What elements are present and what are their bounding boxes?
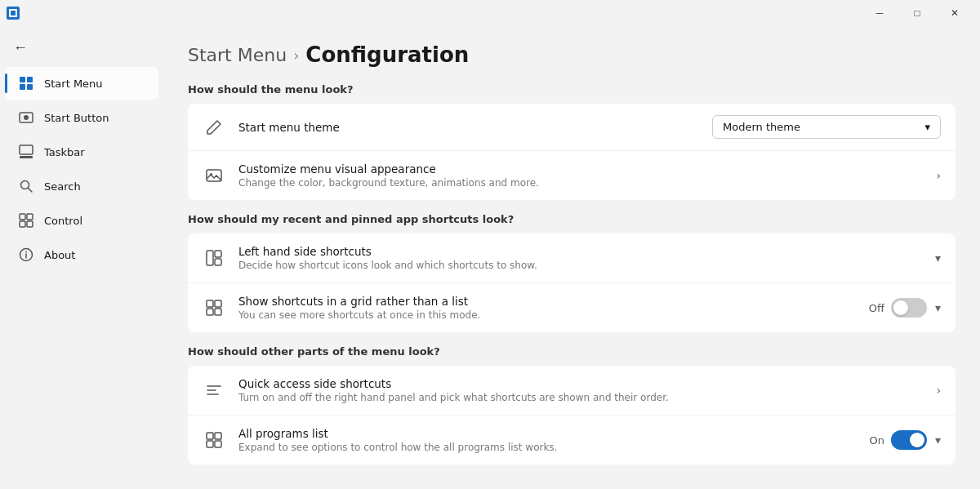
sidebar-item-start-button[interactable]: Start Button bbox=[5, 101, 158, 134]
section-title-shortcuts: How should my recent and pinned app shor… bbox=[188, 213, 956, 225]
start-button-icon bbox=[18, 109, 34, 126]
svg-rect-23 bbox=[215, 300, 221, 307]
grid-toggle[interactable] bbox=[891, 298, 927, 318]
grid-text: Show shortcuts in a grid rather than a l… bbox=[238, 295, 856, 321]
sidebar-label-start-button: Start Button bbox=[44, 112, 109, 124]
theme-dropdown[interactable]: Modern theme ▾ bbox=[712, 115, 941, 139]
svg-rect-3 bbox=[27, 84, 33, 90]
main-content: Start Menu › Configuration How should th… bbox=[163, 26, 980, 489]
card-shortcuts: Left hand side shortcuts Decide how shor… bbox=[188, 233, 956, 332]
svg-rect-13 bbox=[27, 221, 33, 227]
all-programs-text: All programs list Expand to see options … bbox=[238, 427, 856, 453]
visual-text: Customize menu visual appearance Change … bbox=[238, 162, 923, 189]
quick-access-subtitle: Turn on and off the right hand panel and… bbox=[238, 392, 923, 403]
left-shortcuts-text: Left hand side shortcuts Decide how shor… bbox=[238, 245, 922, 271]
sidebar-item-control[interactable]: Control bbox=[5, 204, 158, 237]
svg-rect-7 bbox=[20, 156, 33, 158]
svg-rect-22 bbox=[207, 300, 213, 307]
sidebar-item-search[interactable]: Search bbox=[5, 170, 158, 202]
section-title-other: How should other parts of the menu look? bbox=[188, 345, 956, 358]
grid-icon bbox=[203, 296, 225, 319]
all-programs-chevron-down[interactable]: ▾ bbox=[935, 433, 941, 447]
svg-rect-10 bbox=[20, 214, 25, 220]
svg-rect-20 bbox=[215, 251, 221, 257]
sidebar-item-taskbar[interactable]: Taskbar bbox=[5, 136, 158, 168]
about-icon bbox=[18, 247, 34, 263]
row-customize-visual[interactable]: Customize menu visual appearance Change … bbox=[188, 151, 956, 200]
all-programs-toggle-label: On bbox=[869, 434, 884, 447]
svg-rect-29 bbox=[207, 433, 213, 439]
all-programs-toggle-track bbox=[891, 430, 927, 450]
sidebar: ← Start Menu Start Button bbox=[0, 26, 163, 489]
row-show-grid: Show shortcuts in a grid rather than a l… bbox=[188, 283, 956, 332]
svg-rect-19 bbox=[207, 251, 213, 265]
svg-rect-2 bbox=[20, 84, 25, 90]
svg-rect-11 bbox=[27, 214, 33, 220]
minimize-button[interactable]: ─ bbox=[861, 0, 898, 26]
app-body: ← Start Menu Start Button bbox=[0, 26, 980, 489]
all-programs-title: All programs list bbox=[238, 427, 856, 440]
grid-title: Show shortcuts in a grid rather than a l… bbox=[238, 295, 856, 308]
title-bar-left bbox=[7, 7, 20, 20]
grid-toggle-wrap: Off bbox=[869, 298, 927, 318]
theme-dropdown-chevron: ▾ bbox=[924, 121, 930, 133]
breadcrumb-current: Configuration bbox=[305, 42, 469, 67]
svg-rect-25 bbox=[215, 309, 221, 315]
quick-access-chevron-right: › bbox=[936, 384, 941, 397]
svg-rect-30 bbox=[215, 433, 221, 439]
sidebar-label-control: Control bbox=[44, 215, 82, 227]
sidebar-item-start-menu[interactable]: Start Menu bbox=[5, 67, 158, 100]
title-bar: ─ □ ✕ bbox=[0, 0, 980, 26]
card-look: Start menu theme Modern theme ▾ bbox=[188, 104, 956, 200]
quick-access-text: Quick access side shortcuts Turn on and … bbox=[238, 377, 923, 403]
svg-rect-6 bbox=[20, 145, 33, 154]
section-title-look: How should the menu look? bbox=[188, 83, 956, 96]
row-all-programs: All programs list Expand to see options … bbox=[188, 416, 956, 465]
back-button[interactable]: ← bbox=[0, 33, 163, 63]
grid-subtitle: You can see more shortcuts at once in th… bbox=[238, 309, 856, 321]
sidebar-label-about: About bbox=[44, 249, 75, 261]
grid-toggle-thumb bbox=[893, 300, 908, 315]
theme-dropdown-action: Modern theme ▾ bbox=[712, 115, 941, 139]
svg-rect-24 bbox=[207, 309, 213, 315]
left-shortcuts-chevron-down: ▾ bbox=[935, 251, 941, 265]
all-programs-action: On ▾ bbox=[869, 430, 941, 450]
svg-rect-12 bbox=[20, 221, 25, 227]
visual-chevron-right: › bbox=[936, 169, 941, 182]
grid-action: Off ▾ bbox=[869, 298, 941, 318]
grid-toggle-track bbox=[891, 298, 927, 318]
svg-rect-32 bbox=[215, 441, 221, 447]
theme-dropdown-value: Modern theme bbox=[723, 121, 800, 133]
sidebar-label-start-menu: Start Menu bbox=[44, 78, 103, 90]
taskbar-icon bbox=[18, 144, 34, 160]
image-icon bbox=[203, 164, 225, 187]
visual-action: › bbox=[936, 169, 941, 182]
layout-icon bbox=[203, 247, 225, 269]
sidebar-label-taskbar: Taskbar bbox=[44, 146, 85, 158]
svg-rect-17 bbox=[207, 170, 221, 181]
row-left-hand-shortcuts[interactable]: Left hand side shortcuts Decide how shor… bbox=[188, 233, 956, 283]
all-programs-icon bbox=[203, 429, 225, 451]
app-icon-inner bbox=[9, 9, 17, 17]
theme-title: Start menu theme bbox=[238, 121, 699, 134]
search-icon bbox=[18, 178, 34, 194]
left-shortcuts-title: Left hand side shortcuts bbox=[238, 245, 922, 258]
svg-point-5 bbox=[24, 115, 29, 120]
app-icon bbox=[7, 7, 20, 20]
row-start-menu-theme: Start menu theme Modern theme ▾ bbox=[188, 104, 956, 151]
grid-toggle-label: Off bbox=[869, 302, 884, 314]
breadcrumb: Start Menu › Configuration bbox=[188, 42, 956, 67]
all-programs-subtitle: Expand to see options to control how the… bbox=[238, 442, 856, 453]
grid-chevron-down[interactable]: ▾ bbox=[935, 301, 941, 314]
maximize-button[interactable]: □ bbox=[898, 0, 936, 26]
title-bar-controls: ─ □ ✕ bbox=[861, 0, 973, 26]
sidebar-item-about[interactable]: About bbox=[5, 238, 158, 271]
visual-title: Customize menu visual appearance bbox=[238, 162, 923, 176]
left-shortcuts-action: ▾ bbox=[935, 251, 941, 265]
svg-rect-31 bbox=[207, 441, 213, 447]
svg-rect-0 bbox=[20, 77, 25, 82]
left-shortcuts-subtitle: Decide how shortcut icons look and which… bbox=[238, 260, 922, 271]
all-programs-toggle[interactable] bbox=[891, 430, 927, 450]
close-button[interactable]: ✕ bbox=[936, 0, 973, 26]
row-quick-access[interactable]: Quick access side shortcuts Turn on and … bbox=[188, 366, 956, 416]
